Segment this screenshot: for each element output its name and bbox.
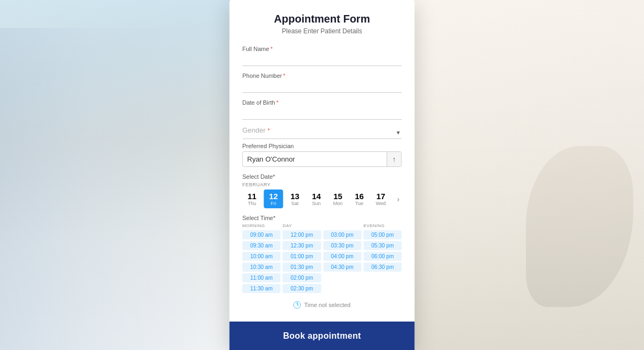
time-slot[interactable]: 03:00 pm [323, 230, 361, 239]
gender-select[interactable]: Male Female Other [243, 126, 402, 139]
month-label: FEBRUARY [243, 182, 402, 187]
time-status: Time not selected [243, 297, 402, 313]
time-slot[interactable]: 04:00 pm [323, 252, 361, 261]
date-item[interactable]: 15 Mon [328, 189, 348, 208]
full-name-input[interactable] [243, 53, 402, 66]
dob-label: Date of Birth * [243, 99, 402, 106]
phone-field: Phone Number * [243, 72, 402, 93]
time-slot[interactable]: 02:30 pm [283, 284, 321, 293]
date-item[interactable]: 17 Wed [371, 189, 391, 208]
doctor-silhouette [0, 28, 225, 350]
phone-input[interactable] [243, 80, 402, 93]
time-slot[interactable]: 04:30 pm [323, 262, 361, 272]
day-label-2 [323, 223, 361, 228]
physician-field: Preferred Physician ↑ [243, 143, 402, 167]
date-selector: Select Date* FEBRUARY 11 Thu 12 Fri 13 S… [243, 173, 402, 208]
physician-row: ↑ [243, 151, 402, 167]
required-asterisk: * [270, 46, 273, 52]
date-item[interactable]: 13 Sat [286, 189, 305, 208]
physician-expand-button[interactable]: ↑ [386, 152, 401, 166]
physician-input[interactable] [243, 152, 387, 166]
time-section-label: Select Time* [243, 215, 402, 221]
full-name-label: Full Name * [243, 46, 402, 52]
appointment-modal: Appointment Form Please Enter Patient De… [230, 0, 415, 350]
modal-subtitle: Please Enter Patient Details [243, 27, 402, 35]
time-slot[interactable]: 10:30 am [243, 262, 281, 272]
bg-left-panel [0, 0, 231, 350]
time-status-text: Time not selected [304, 302, 350, 308]
gender-select-wrapper: Male Female Other ▾ [243, 126, 402, 139]
full-name-field: Full Name * [243, 46, 402, 66]
clock-icon [294, 301, 301, 309]
time-slot[interactable]: 05:30 pm [363, 241, 401, 250]
time-selector: Select Time* MORNING 09:00 am 09:30 am 1… [243, 215, 402, 295]
time-slot[interactable]: 12:00 pm [283, 230, 321, 239]
required-asterisk-dob: * [276, 99, 279, 106]
time-slot[interactable]: 05:00 pm [363, 230, 401, 239]
time-slot[interactable]: 11:30 am [243, 284, 281, 293]
time-slot[interactable]: 06:00 pm [363, 252, 401, 261]
gender-field: Male Female Other ▾ Gender * [243, 126, 402, 136]
date-section-label: Select Date* [243, 173, 402, 180]
book-appointment-button[interactable]: Book appointment [230, 322, 415, 350]
time-slot[interactable]: 01:00 pm [283, 252, 321, 261]
required-asterisk-phone: * [283, 72, 286, 79]
dob-field: Date of Birth * [243, 99, 402, 120]
modal-body: Full Name * Phone Number * Date of Birth… [230, 39, 415, 319]
date-item[interactable]: 14 Sun [307, 189, 326, 208]
time-slot[interactable]: 09:00 am [243, 230, 281, 239]
day-column-2: 03:00 pm 03:30 pm 04:00 pm 04:30 pm [323, 223, 361, 295]
time-slot[interactable]: 03:30 pm [323, 241, 361, 250]
time-slot[interactable]: 06:30 pm [363, 262, 401, 272]
time-slot[interactable]: 10:00 am [243, 252, 281, 261]
date-items: 11 Thu 12 Fri 13 Sat 14 Sun 15 Mon 16 Tu… [243, 189, 393, 208]
modal-header: Appointment Form Please Enter Patient De… [230, 0, 415, 39]
phone-label: Phone Number * [243, 72, 402, 79]
dob-input[interactable] [243, 107, 402, 120]
day-column: DAY 12:00 pm 12:30 pm 01:00 pm 01:30 pm … [283, 223, 321, 295]
day-label: DAY [283, 223, 321, 228]
bg-right-panel [413, 0, 644, 350]
time-columns: MORNING 09:00 am 09:30 am 10:00 am 10:30… [243, 223, 402, 295]
next-date-button[interactable]: › [395, 193, 402, 206]
morning-column: MORNING 09:00 am 09:30 am 10:00 am 10:30… [243, 223, 281, 295]
time-slot[interactable]: 11:00 am [243, 273, 281, 282]
date-row: 11 Thu 12 Fri 13 Sat 14 Sun 15 Mon 16 Tu… [243, 189, 402, 208]
morning-label: MORNING [243, 223, 281, 228]
modal-title: Appointment Form [243, 13, 402, 25]
stethoscope-area [526, 146, 633, 307]
time-slot[interactable]: 02:00 pm [283, 273, 321, 282]
date-item[interactable]: 11 Thu [243, 189, 262, 208]
date-item[interactable]: 16 Tue [350, 189, 369, 208]
time-slot[interactable]: 12:30 pm [283, 241, 321, 250]
date-item[interactable]: 12 Fri [264, 189, 283, 208]
time-slot[interactable]: 01:30 pm [283, 262, 321, 272]
physician-label: Preferred Physician [243, 143, 402, 149]
time-slot[interactable]: 09:30 am [243, 241, 281, 250]
evening-column: EVENING 05:00 pm 05:30 pm 06:00 pm 06:30… [363, 223, 401, 295]
evening-label: EVENING [363, 223, 401, 228]
